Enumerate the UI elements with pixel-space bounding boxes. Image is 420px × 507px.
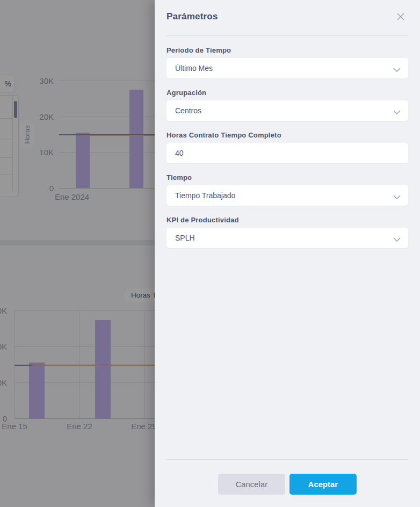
form-group-periodo: Período de Tiempo Último Mes <box>166 46 408 78</box>
chevron-down-icon <box>393 235 401 244</box>
form-group-horas-contrato: Horas Contrato Tiempo Completo 40 <box>166 131 408 163</box>
app-screen: % Horas 30K20K10K0Ene 2024 Horas Teórica… <box>0 0 420 507</box>
field-label: Tiempo <box>166 173 408 182</box>
drawer-header: Parámetros <box>166 0 408 36</box>
horas-contrato-input[interactable]: 40 <box>166 143 408 163</box>
periodo-select[interactable]: Último Mes <box>166 58 408 78</box>
agrupacion-select[interactable]: Centros <box>166 100 408 121</box>
parameters-drawer: Parámetros Período de Tiempo Último Mes … <box>155 0 420 507</box>
agrupacion-select-value: Centros <box>175 106 201 115</box>
periodo-select-value: Último Mes <box>175 64 213 73</box>
accept-button[interactable]: Aceptar <box>289 474 357 495</box>
cancel-button[interactable]: Cancelar <box>218 474 285 495</box>
chevron-down-icon <box>393 193 401 201</box>
form-group-agrupacion: Agrupación Centros <box>166 89 408 121</box>
field-label: Agrupación <box>166 89 408 97</box>
kpi-select[interactable]: SPLH <box>166 228 408 248</box>
tiempo-select-value: Tiempo Trabajado <box>175 191 235 200</box>
form-group-kpi: KPI de Productividad SPLH <box>166 216 408 248</box>
tiempo-select[interactable]: Tiempo Trabajado <box>166 185 408 206</box>
field-label: Período de Tiempo <box>166 46 408 54</box>
field-label: Horas Contrato Tiempo Completo <box>166 131 408 139</box>
form-group-tiempo: Tiempo Tiempo Trabajado <box>166 173 408 206</box>
kpi-select-value: SPLH <box>175 234 195 242</box>
horas-contrato-input-value: 40 <box>175 149 184 157</box>
chevron-down-icon <box>393 108 401 117</box>
drawer-footer: Cancelar Aceptar <box>166 459 408 507</box>
drawer-title: Parámetros <box>166 11 408 22</box>
close-icon[interactable] <box>395 11 406 22</box>
chevron-down-icon <box>393 66 401 74</box>
field-label: KPI de Productividad <box>166 216 408 224</box>
